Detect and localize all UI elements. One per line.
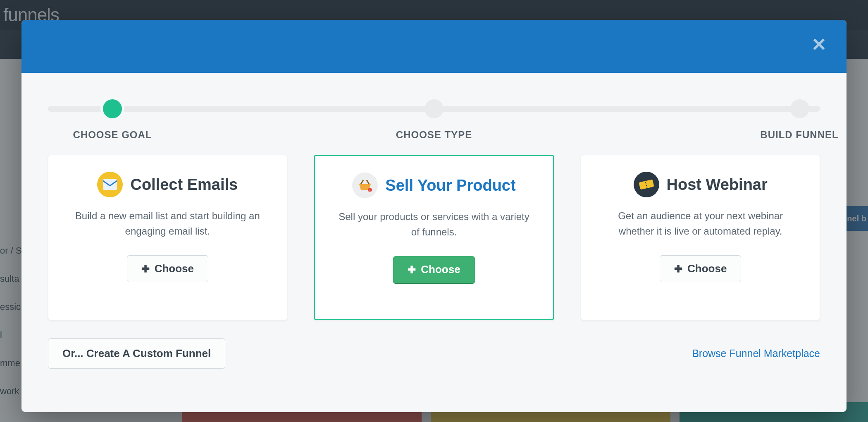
goal-card-sell-product[interactable]: + Sell Your Product Sell your products o…: [314, 155, 555, 320]
browse-marketplace-link[interactable]: Browse Funnel Marketplace: [692, 348, 820, 360]
choose-button-collect-emails[interactable]: ✚ Choose: [127, 255, 208, 282]
wizard-stepper: CHOOSE GOAL CHOOSE TYPE BUILD FUNNEL: [48, 97, 820, 146]
plus-icon: ✚: [141, 263, 150, 275]
modal-footer: Or... Create A Custom Funnel Browse Funn…: [48, 338, 820, 369]
step-dot-build[interactable]: [790, 99, 809, 118]
step-dot-goal[interactable]: [103, 99, 122, 118]
svg-text:+: +: [369, 188, 371, 192]
choose-button-sell-product[interactable]: ✚ Choose: [393, 256, 475, 283]
create-custom-funnel-button[interactable]: Or... Create A Custom Funnel: [48, 338, 225, 369]
step-dot-type[interactable]: [424, 99, 444, 118]
card-desc: Build a new email list and start buildin…: [68, 208, 267, 239]
basket-icon: +: [352, 173, 378, 198]
card-desc: Sell your products or services with a va…: [335, 209, 533, 240]
plus-icon: ✚: [408, 264, 416, 276]
modal-body: CHOOSE GOAL CHOOSE TYPE BUILD FUNNEL Col…: [21, 73, 847, 412]
step-label-build: BUILD FUNNEL: [737, 129, 847, 141]
svg-line-2: [367, 180, 369, 184]
step-label-type: CHOOSE TYPE: [372, 129, 496, 141]
svg-rect-0: [103, 179, 117, 190]
goal-card-host-webinar[interactable]: Host Webinar Get an audience at your nex…: [581, 155, 820, 320]
svg-rect-5: [639, 180, 654, 189]
close-icon[interactable]: ✕: [811, 36, 827, 54]
goal-cards: Collect Emails Build a new email list an…: [48, 155, 820, 320]
card-title: Collect Emails: [130, 176, 238, 194]
goal-card-collect-emails[interactable]: Collect Emails Build a new email list an…: [48, 155, 287, 320]
svg-line-1: [361, 180, 363, 184]
choose-button-host-webinar[interactable]: ✚ Choose: [660, 255, 741, 282]
modal-header: ✕: [21, 20, 847, 73]
card-title: Host Webinar: [667, 176, 768, 194]
card-desc: Get an audience at your next webinar whe…: [601, 208, 800, 239]
envelope-icon: [97, 172, 123, 197]
card-title: Sell Your Product: [385, 177, 515, 194]
funnel-wizard-modal: ✕ CHOOSE GOAL CHOOSE TYPE BUILD FUNNEL C…: [21, 20, 847, 412]
ticket-icon: [634, 172, 659, 197]
plus-icon: ✚: [674, 263, 682, 275]
step-label-goal: CHOOSE GOAL: [50, 129, 174, 141]
